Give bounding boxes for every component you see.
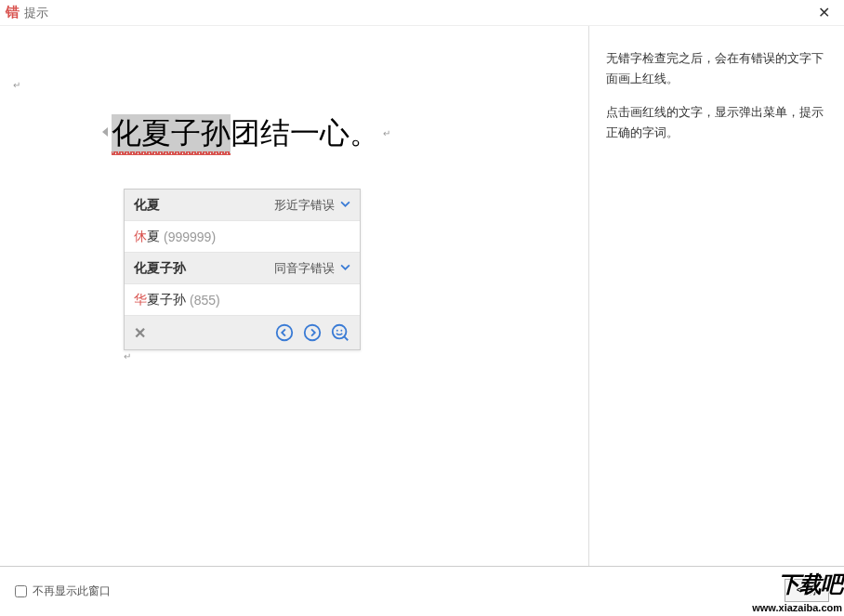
error-type-label: 同音字错误 [274, 260, 335, 277]
error-group-header[interactable]: 化夏子孙 同音字错误 [125, 253, 360, 284]
help-text-1: 无错字检查完之后，会在有错误的文字下面画上红线。 [606, 48, 827, 89]
svg-point-3 [336, 330, 338, 332]
next-arrow-icon[interactable] [302, 322, 323, 343]
error-group-header[interactable]: 化夏 形近字错误 [125, 190, 360, 221]
prev-button[interactable]: < 前 [785, 579, 829, 602]
suggestion-frequency: (855) [190, 293, 220, 308]
correction-popup: 化夏 形近字错误 休夏 (999999) 化夏子孙 同音字错误 华夏子孙 (85… [124, 189, 361, 350]
svg-point-1 [305, 325, 321, 341]
titlebar: 错 提示 ✕ [0, 0, 844, 26]
correction-char: 华 [134, 292, 147, 308]
chevron-down-icon[interactable] [340, 262, 350, 275]
suggestion-frequency: (999999) [164, 229, 216, 244]
dont-show-again-checkbox[interactable]: 不再显示此窗口 [15, 583, 111, 599]
popup-close-button[interactable]: ✕ [134, 324, 146, 342]
line-end-mark-icon: ↵ [383, 128, 390, 138]
footer-bar: 不再显示此窗口 < 前 [0, 567, 844, 615]
checkbox-label: 不再显示此窗口 [33, 583, 111, 599]
main-area: ↵ 化夏子孙 团结一心。 ↵ 化夏 形近字错误 休夏 (999999) [0, 26, 844, 567]
error-word: 化夏 [134, 197, 274, 214]
close-button[interactable]: ✕ [805, 0, 842, 26]
window-title: 提示 [24, 5, 805, 21]
help-pane: 无错字检查完之后，会在有错误的文字下面画上红线。 点击画红线的文字，显示弹出菜单… [588, 26, 844, 566]
sentence-line: 化夏子孙 团结一心。 ↵ [112, 114, 390, 153]
sentence-text[interactable]: 化夏子孙 团结一心。 [112, 114, 379, 153]
prev-arrow-icon[interactable] [274, 322, 295, 343]
suggestion-rest: 夏子孙 [147, 292, 186, 308]
paragraph-mark-icon: ↵ [13, 80, 20, 90]
app-icon: 错 [4, 5, 20, 21]
suggestion-item[interactable]: 休夏 (999999) [125, 221, 360, 253]
error-underline-icon [112, 151, 231, 155]
suggestion-rest: 夏 [147, 229, 160, 245]
suggestion-item[interactable]: 华夏子孙 (855) [125, 284, 360, 316]
checkbox-input[interactable] [15, 585, 27, 597]
svg-point-2 [333, 325, 347, 339]
error-word: 化夏子孙 [134, 260, 274, 277]
line-marker-icon [102, 127, 108, 137]
error-type-label: 形近字错误 [274, 197, 335, 214]
svg-point-0 [277, 325, 293, 341]
correction-char: 休 [134, 229, 147, 245]
paragraph-mark-icon: ↵ [124, 351, 131, 361]
highlighted-error-text[interactable]: 化夏子孙 [112, 114, 231, 153]
svg-point-4 [340, 330, 342, 332]
sentence-rest: 团结一心。 [231, 116, 379, 150]
chevron-down-icon[interactable] [340, 199, 350, 212]
popup-toolbar: ✕ [125, 316, 360, 349]
document-pane: ↵ 化夏子孙 团结一心。 ↵ 化夏 形近字错误 休夏 (999999) [0, 26, 588, 566]
smile-zoom-icon[interactable] [330, 322, 350, 343]
svg-line-5 [345, 337, 349, 341]
help-text-2: 点击画红线的文字，显示弹出菜单，提示正确的字词。 [606, 102, 827, 143]
